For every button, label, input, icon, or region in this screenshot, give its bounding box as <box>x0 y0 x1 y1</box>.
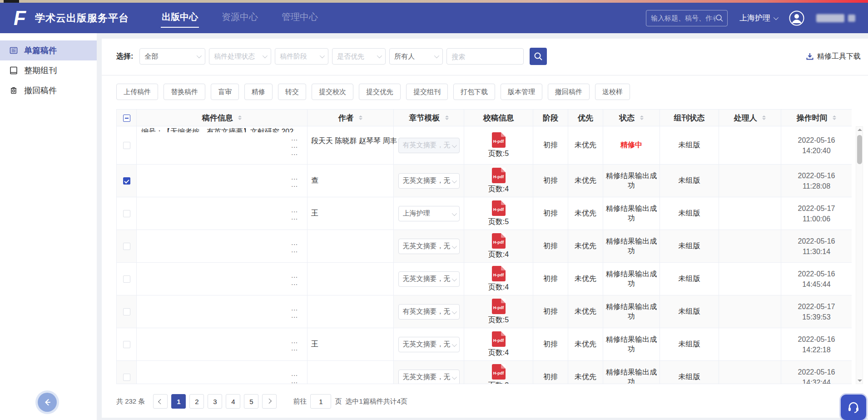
page-number-button[interactable]: 1 <box>171 394 186 409</box>
action-button[interactable]: 打包下载 <box>453 84 495 100</box>
pdf-icon[interactable]: H-pdf <box>492 331 506 347</box>
chapter-template-select[interactable]: 有英文摘要，无编 <box>398 304 460 320</box>
avatar[interactable] <box>789 10 804 26</box>
chapter-template-select[interactable]: 上海护理 <box>398 206 460 221</box>
row-checkbox[interactable] <box>123 177 130 185</box>
manuscript-table: 稿件信息 作者 章节模板 校稿信息 阶段 优先 状态 组刊状态 处理人 操作时间 <box>116 109 852 384</box>
filter-select[interactable]: 稿件阶段 <box>275 48 328 65</box>
table-header-row: 稿件信息 作者 章节模板 校稿信息 阶段 优先 状态 组刊状态 处理人 操作时间 <box>117 110 852 126</box>
sidebar-item-label: 撤回稿件 <box>24 85 57 96</box>
status-cell: 精修结果输出成功 <box>603 295 660 328</box>
row-checkbox[interactable] <box>123 210 130 217</box>
operation-time-cell: 2022-05-16 14:45:44 <box>781 263 852 295</box>
journal-status-cell: 未组版 <box>660 361 719 385</box>
refine-tool-download-link[interactable]: 精修工具下载 <box>806 52 861 61</box>
search-icon[interactable] <box>715 14 724 22</box>
sort-carets-icon[interactable] <box>359 114 362 122</box>
next-page-button[interactable] <box>262 394 277 409</box>
row-checkbox[interactable] <box>123 308 130 315</box>
sidebar-item[interactable]: 整期组刊 <box>0 60 97 80</box>
page-count: 页数:5 <box>464 149 533 159</box>
chapter-template-select[interactable]: 无英文摘要，无编 <box>398 271 460 287</box>
collapse-back-button[interactable] <box>38 393 57 412</box>
proof-info-cell: H-pdf 页数:4 <box>464 230 533 263</box>
filter-select[interactable]: 全部 <box>139 48 205 65</box>
keyword-search-box[interactable] <box>446 48 524 65</box>
pdf-icon[interactable]: H-pdf <box>492 266 506 281</box>
global-search-box[interactable] <box>646 10 728 26</box>
page-count: 页数:4 <box>464 185 533 194</box>
nav-item[interactable]: 出版中心 <box>161 8 199 28</box>
sidebar-item[interactable]: 撤回稿件 <box>0 80 97 100</box>
table-scrollbar[interactable] <box>856 126 863 384</box>
chapter-template-select[interactable]: 有英文摘要，无编 <box>398 138 460 153</box>
truncation-dots: ......... <box>291 137 298 154</box>
sort-carets-icon[interactable] <box>833 114 836 122</box>
chapter-template-select[interactable]: 无英文摘要，无编 <box>398 173 460 189</box>
handler-cell <box>719 295 781 328</box>
sort-carets-icon[interactable] <box>640 114 644 122</box>
row-checkbox[interactable] <box>123 341 130 348</box>
nav-item[interactable]: 管理中心 <box>281 8 319 28</box>
pdf-icon[interactable]: H-pdf <box>492 132 506 148</box>
prev-page-button[interactable] <box>153 394 168 409</box>
scroll-up-icon[interactable] <box>858 129 862 131</box>
pdf-icon[interactable]: H-pdf <box>492 200 506 216</box>
page-count: 页数:4 <box>464 348 533 358</box>
goto-page-input[interactable] <box>310 394 331 409</box>
filter-select[interactable]: 所有人 <box>389 48 443 65</box>
chapter-template-select[interactable]: 无英文摘要，无编 <box>398 370 460 385</box>
row-checkbox[interactable] <box>123 142 130 149</box>
row-checkbox[interactable] <box>123 243 130 250</box>
column-header: 作者 <box>308 110 394 126</box>
sort-carets-icon[interactable] <box>238 114 242 122</box>
action-button[interactable]: 提交优先 <box>359 84 401 100</box>
filter-select[interactable]: 是否优先 <box>332 48 386 65</box>
page-number-button[interactable]: 4 <box>226 394 240 409</box>
scroll-down-icon[interactable] <box>858 380 862 382</box>
action-button[interactable]: 转交 <box>278 84 306 100</box>
action-button[interactable]: 精修 <box>244 84 273 100</box>
table-row: ...... 王 无英文摘要，无编 H-pdf 页数:4 初排 未优先 精修结果… <box>117 328 852 361</box>
sort-carets-icon[interactable] <box>445 114 449 122</box>
chapter-template-select[interactable]: 无英文摘要，无编 <box>398 239 460 254</box>
sort-carets-icon[interactable] <box>762 114 766 122</box>
org-selector[interactable]: 上海护理 <box>739 13 777 23</box>
app-header: F 学术云出版服务平台 出版中心 资源中心 管理中心 上海护理 <box>0 0 868 33</box>
keyword-search-input[interactable] <box>451 53 519 60</box>
pdf-icon[interactable]: H-pdf <box>492 233 506 249</box>
handler-cell <box>719 165 781 197</box>
sidebar-item[interactable]: 单篇稿件 <box>0 40 97 60</box>
pdf-icon[interactable]: H-pdf <box>492 299 506 314</box>
action-button[interactable]: 送校样 <box>595 84 630 100</box>
stage-cell: 初排 <box>533 328 568 361</box>
action-button[interactable]: 提交组刊 <box>406 84 448 100</box>
action-button[interactable]: 上传稿件 <box>116 84 158 100</box>
journal-status-cell: 未组版 <box>660 295 719 328</box>
row-checkbox[interactable] <box>123 275 130 283</box>
chevron-down-icon <box>451 374 456 379</box>
global-search-input[interactable] <box>651 14 715 22</box>
select-all-checkbox[interactable] <box>123 115 130 122</box>
manuscript-info-cell: ...... <box>137 165 308 197</box>
column-header: 校稿信息 <box>464 110 533 126</box>
action-button[interactable]: 撤回稿件 <box>548 84 590 100</box>
pdf-icon[interactable]: H-pdf <box>492 364 506 380</box>
customer-service-button[interactable] <box>841 395 866 420</box>
page-number-button[interactable]: 5 <box>244 394 258 409</box>
page-number-button[interactable]: 3 <box>208 394 222 409</box>
action-button[interactable]: 替换稿件 <box>164 84 205 100</box>
pdf-icon[interactable]: H-pdf <box>492 168 506 183</box>
chapter-template-select[interactable]: 无英文摘要，无编 <box>398 337 460 352</box>
action-button[interactable]: 版本管理 <box>501 84 542 100</box>
page-number-button[interactable]: 2 <box>189 394 204 409</box>
operation-time-cell: 2022-05-17 11:00:06 <box>781 197 852 230</box>
action-button[interactable]: 盲审 <box>211 84 239 100</box>
filter-select[interactable]: 稿件处理状态 <box>209 48 271 65</box>
nav-item[interactable]: 资源中心 <box>221 8 259 28</box>
row-checkbox[interactable] <box>123 374 130 381</box>
search-button[interactable] <box>530 48 547 65</box>
action-button[interactable]: 提交校次 <box>312 84 353 100</box>
scrollbar-thumb[interactable] <box>857 135 862 164</box>
journal-status-cell: 未组版 <box>660 126 719 165</box>
